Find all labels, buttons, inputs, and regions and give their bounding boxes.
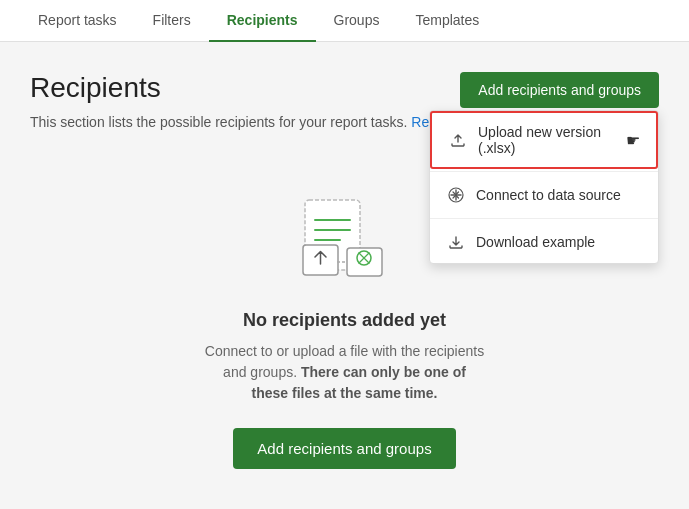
dropdown-item-download[interactable]: Download example xyxy=(430,221,658,263)
tab-groups[interactable]: Groups xyxy=(316,0,398,42)
svg-rect-6 xyxy=(347,248,382,276)
divider-2 xyxy=(430,218,658,219)
dropdown-upload-label: Upload new version (.xlsx) xyxy=(478,124,612,156)
empty-state-title: No recipients added yet xyxy=(243,310,446,331)
tab-templates[interactable]: Templates xyxy=(397,0,497,42)
description-text: This section lists the possible recipien… xyxy=(30,114,407,130)
dropdown-item-connect[interactable]: Connect to data source xyxy=(430,174,658,216)
add-recipients-button-center[interactable]: Add recipients and groups xyxy=(233,428,455,469)
dropdown-menu: Upload new version (.xlsx) ☛ Connect to … xyxy=(429,110,659,264)
tab-navigation: Report tasks Filters Recipients Groups T… xyxy=(0,0,689,42)
empty-state-description: Connect to or upload a file with the rec… xyxy=(205,341,485,404)
divider-1 xyxy=(430,171,658,172)
empty-state-illustration xyxy=(285,190,405,290)
download-icon xyxy=(446,232,466,252)
upload-icon xyxy=(448,130,468,150)
tab-filters[interactable]: Filters xyxy=(135,0,209,42)
tab-recipients[interactable]: Recipients xyxy=(209,0,316,42)
dropdown-item-upload[interactable]: Upload new version (.xlsx) ☛ xyxy=(430,111,658,169)
cursor-pointer-icon: ☛ xyxy=(626,131,640,150)
main-content: Recipients This section lists the possib… xyxy=(0,42,689,509)
connect-icon xyxy=(446,185,466,205)
dropdown-download-label: Download example xyxy=(476,234,595,250)
tab-report-tasks[interactable]: Report tasks xyxy=(20,0,135,42)
add-recipients-button-top[interactable]: Add recipients and groups xyxy=(460,72,659,108)
dropdown-connect-label: Connect to data source xyxy=(476,187,621,203)
